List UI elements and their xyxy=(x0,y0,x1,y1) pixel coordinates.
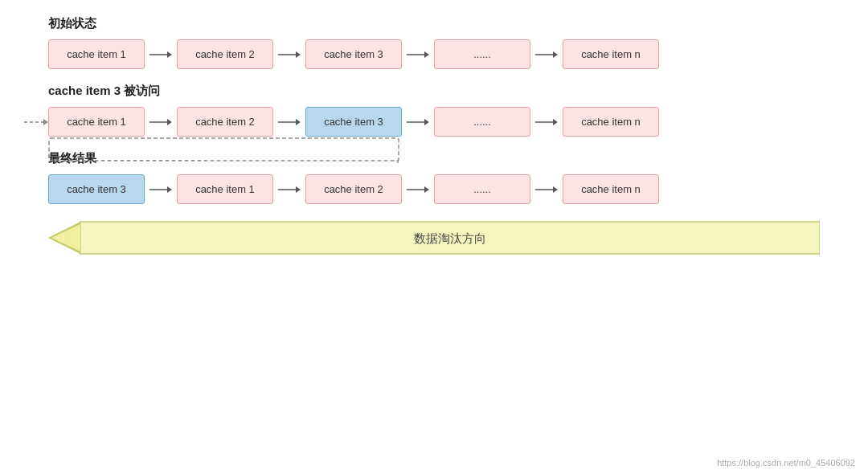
box-accessed-1: cache item 1 xyxy=(48,107,145,137)
evict-direction-arrow: 数据淘汰方向 xyxy=(48,219,820,257)
row-initial: cache item 1 cache item 2 cache item 3 .… xyxy=(48,39,820,69)
arrow-initial-1 xyxy=(149,47,172,62)
section-initial: 初始状态 cache item 1 cache item 2 cache ite… xyxy=(48,16,820,69)
svg-marker-5 xyxy=(424,51,429,58)
arrow-initial-4 xyxy=(535,47,558,62)
arrow-accessed-3 xyxy=(407,115,429,129)
accessed-wrapper: cache item 1 cache item 2 cache item 3 .… xyxy=(48,107,659,137)
arrow-initial-2 xyxy=(278,47,301,62)
svg-marker-27 xyxy=(553,186,558,193)
arrow-result-4 xyxy=(535,182,558,197)
arrow-initial-3 xyxy=(407,47,429,62)
box-result-3: cache item 2 xyxy=(305,174,402,204)
arrow-accessed-4 xyxy=(535,115,558,129)
svg-marker-30 xyxy=(51,224,80,251)
svg-marker-21 xyxy=(167,186,172,193)
box-result-2: cache item 1 xyxy=(177,174,273,204)
row-accessed: cache item 1 cache item 2 cache item 3 .… xyxy=(48,107,659,137)
svg-marker-9 xyxy=(43,119,48,125)
section-initial-title: 初始状态 xyxy=(48,16,820,31)
box-initial-3: cache item 3 xyxy=(305,39,402,69)
watermark: https://blog.csdn.net/m0_45406092 xyxy=(717,458,855,468)
box-accessed-4: ...... xyxy=(434,107,530,137)
evict-label-text: 数据淘汰方向 xyxy=(414,231,486,245)
box-initial-5: cache item n xyxy=(563,39,659,69)
box-initial-2: cache item 2 xyxy=(177,39,273,69)
svg-marker-7 xyxy=(553,51,558,58)
svg-marker-11 xyxy=(167,119,172,125)
box-initial-4: ...... xyxy=(434,39,530,69)
section-accessed-title: cache item 3 被访问 xyxy=(48,84,820,99)
svg-marker-15 xyxy=(424,119,429,125)
arrow-accessed-1 xyxy=(149,115,172,129)
section-result: 最终结果 cache item 3 cache item 1 cache ite… xyxy=(48,151,820,204)
section-result-title: 最终结果 xyxy=(48,151,820,166)
section-accessed: cache item 3 被访问 cache item 1 cache item… xyxy=(48,84,820,137)
arrow-result-3 xyxy=(407,182,429,197)
row-result: cache item 3 cache item 1 cache item 2 .… xyxy=(48,174,820,204)
box-result-1: cache item 3 xyxy=(48,174,145,204)
box-accessed-2: cache item 2 xyxy=(177,107,273,137)
svg-marker-1 xyxy=(167,51,172,58)
diagram-container: 初始状态 cache item 1 cache item 2 cache ite… xyxy=(0,0,868,474)
svg-marker-3 xyxy=(296,51,301,58)
box-accessed-5: cache item n xyxy=(563,107,659,137)
box-result-5: cache item n xyxy=(563,174,659,204)
box-initial-1: cache item 1 xyxy=(48,39,145,69)
svg-marker-17 xyxy=(553,119,558,125)
arrow-accessed-2 xyxy=(278,115,301,129)
svg-marker-23 xyxy=(296,186,301,193)
arrow-result-2 xyxy=(278,182,301,197)
svg-marker-25 xyxy=(424,186,429,193)
dashed-entry-arrow xyxy=(24,104,48,140)
arrow-result-1 xyxy=(149,182,172,197)
box-result-4: ...... xyxy=(434,174,530,204)
box-accessed-3: cache item 3 xyxy=(305,107,402,137)
evict-arrow-container: 数据淘汰方向 xyxy=(48,219,820,257)
svg-marker-13 xyxy=(296,119,301,125)
